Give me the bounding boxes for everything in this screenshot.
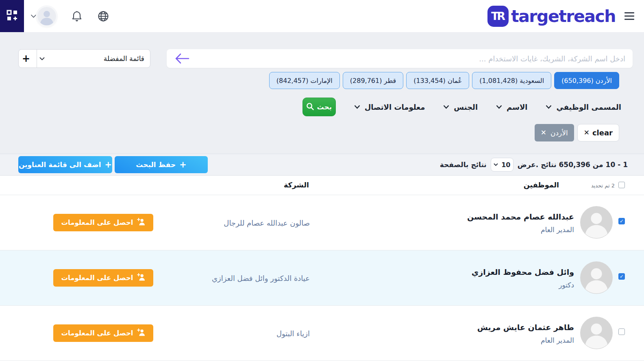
person-plus-icon [137,328,146,338]
get-info-button[interactable]: احصل على المعلومات [53,269,153,287]
table-row: وائل فضل محفوظ العزازي دكتور عيادة الدكت… [0,250,644,306]
table-row: طاهر عثمان عايش مريش المدير العام ازياء … [0,306,644,361]
selected-count-label: 2 تم تحديد [591,183,615,189]
country-chip-qatar[interactable]: قطر (289,761) [343,72,403,89]
per-page-suffix: نتائج بالصفحة [440,161,487,169]
avatar [580,261,613,294]
results-table: 2 تم تحديد الموظفين الشركة عبدالله عصام … [0,176,644,361]
search-button[interactable]: بحث [302,98,336,116]
country-chip-uae[interactable]: الإمارات (842,457) [269,72,340,89]
person-name: عبدالله عصام محمد المحسن [467,212,574,221]
row-checkbox[interactable] [618,328,625,335]
remove-tag-icon: ✕ [541,129,546,136]
active-filter-tag-jordan[interactable]: الأردن ✕ [535,124,574,141]
app-launcher-button[interactable] [0,0,24,32]
user-avatar[interactable] [37,7,56,26]
favorites-chevron-down-icon[interactable] [37,57,45,61]
filter-zone: قائمة المفضلة + الأردن (650,396) السعودي… [0,32,644,141]
add-favorites-list-button[interactable]: + [19,53,33,64]
close-icon: ✕ [584,129,590,136]
person-plus-icon [137,218,146,227]
divider [37,50,37,67]
plus-icon: + [179,161,187,169]
chevron-down-icon [546,105,552,109]
filter-dropdown-gender[interactable]: الجنس [443,103,478,111]
country-chip-saudi[interactable]: السعودية (1,081,428) [472,72,551,89]
targetreach-logo-mark: TR [487,6,509,27]
person-job-title: المدير العام [477,336,574,344]
company-name: صالون عبدالله عصام للرجال [224,218,310,227]
company-name: ازياء البتول [276,329,310,337]
chevron-down-icon [496,105,502,109]
person-name: وائل فضل محفوظ العزازي [472,267,574,276]
results-bar: 1 - 10 من 650,396 نتائج .عرض 10 نتائج با… [0,154,644,176]
active-filter-tags: ✕ clear الأردن ✕ [18,124,633,141]
bulk-actions: + حفظ البحث + اضف الى قائمة العناوين [18,156,208,173]
country-chips: الأردن (650,396) السعودية (1,081,428) عُ… [18,72,633,89]
language-globe-icon[interactable] [98,11,109,22]
chevron-down-icon [443,105,449,109]
top-bar: TR targetreach [0,0,644,32]
filter-dropdown-job-title[interactable]: المسمى الوظيفي [546,103,621,111]
brand-logo[interactable]: TR targetreach [487,6,616,27]
page: TR targetreach قائمة المفضلة + [0,0,644,361]
get-info-button[interactable]: احصل على المعلومات [53,214,153,231]
favorites-list-select[interactable]: قائمة المفضلة [45,54,150,63]
favorites-list-control: قائمة المفضلة + [18,49,150,68]
company-name: عيادة الدكتور وائل فضل العزازي [212,274,310,282]
avatar [580,206,613,239]
filter-dropdowns: المسمى الوظيفي الاسم الجنس معلومات الاتص… [18,98,633,116]
row-checkbox[interactable] [618,218,625,224]
grid-plus-icon [6,9,19,24]
person-info: عبدالله عصام محمد المحسن المدير العام [467,212,574,233]
table-header-row: 2 تم تحديد الموظفين الشركة [0,176,644,195]
select-all-checkbox[interactable] [618,182,625,188]
filter-dropdown-contact-info[interactable]: معلومات الاتصال [354,103,425,111]
search-input[interactable] [167,49,633,68]
table-row: عبدالله عصام محمد المحسن المدير العام صا… [0,195,644,250]
plus-icon: + [105,161,112,169]
filter-dropdown-name[interactable]: الاسم [496,103,527,111]
row-checkbox[interactable] [618,273,625,280]
add-to-address-list-button[interactable]: + اضف الى قائمة العناوين [18,156,112,173]
person-plus-icon [137,273,146,283]
person-job-title: المدير العام [467,225,574,233]
chevron-down-icon [354,105,360,109]
profile-chevron-down-icon[interactable] [30,14,37,18]
person-name: طاهر عثمان عايش مريش [477,322,574,331]
country-chip-jordan[interactable]: الأردن (650,396) [554,72,619,89]
person-info: وائل فضل محفوظ العزازي دكتور [472,267,574,289]
employees-column-header: الموظفين [524,181,559,189]
brand-name: targetreach [511,7,616,26]
notifications-bell-icon[interactable] [72,11,82,22]
hamburger-menu-icon[interactable] [624,12,634,20]
get-info-button[interactable]: احصل على المعلومات [53,324,153,342]
person-job-title: دكتور [472,281,574,289]
save-search-button[interactable]: + حفظ البحث [115,156,208,173]
avatar [580,317,613,349]
results-summary: 1 - 10 من 650,396 نتائج .عرض 10 نتائج با… [440,158,628,172]
per-page-select[interactable]: 10 [491,158,513,172]
chevron-down-icon [494,163,498,166]
company-column-header: الشركة [284,181,309,189]
search-icon [306,102,314,112]
search-bar [167,49,633,68]
back-arrow-icon[interactable] [175,53,190,66]
person-info: طاهر عثمان عايش مريش المدير العام [477,322,574,344]
clear-filters-button[interactable]: ✕ clear [577,124,619,141]
country-chip-oman[interactable]: عُمان (133,454) [406,72,469,89]
results-count-text: 1 - 10 من 650,396 نتائج .عرض [518,161,628,169]
results-rows: عبدالله عصام محمد المحسن المدير العام صا… [0,195,644,361]
